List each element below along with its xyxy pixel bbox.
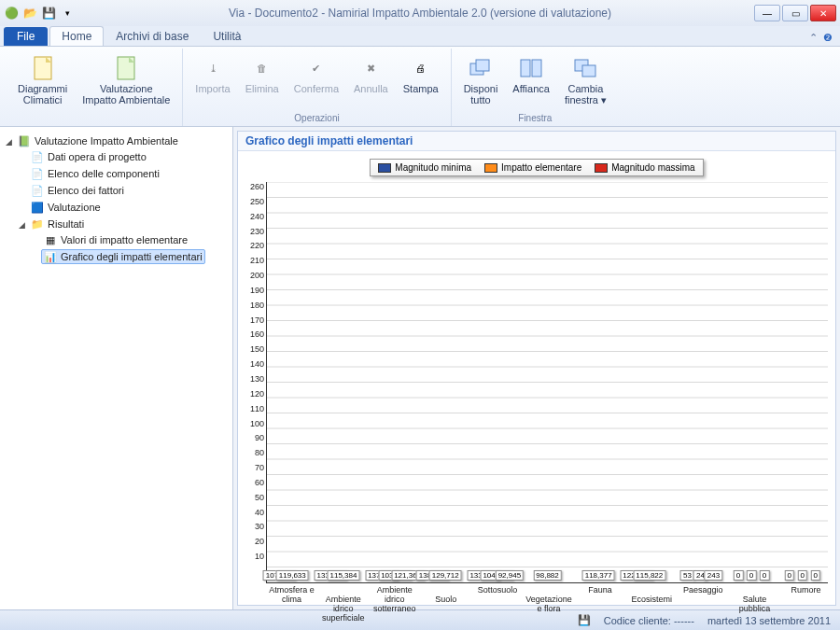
window-title: Via - Documento2 - Namirial Impatto Ambi… xyxy=(229,7,611,20)
check-icon: ✔ xyxy=(303,55,329,81)
plot-area: 107,689119,633133,978115,384137,521103,6… xyxy=(266,182,828,583)
tree-expand-icon[interactable]: ◢ xyxy=(6,137,15,147)
svg-rect-5 xyxy=(532,60,541,77)
document-yellow-icon xyxy=(30,55,56,81)
cambia-button[interactable]: Cambia finestra ▾ xyxy=(558,50,613,108)
group3-label: Finestra xyxy=(457,111,613,126)
y-axis: 2602502402302202102001901801701601501401… xyxy=(242,182,266,583)
ribbon-group-operazioni: ⤓Importa 🗑Elimina ✔Conferma ✖Annulla 🖨St… xyxy=(183,49,451,126)
maximize-button[interactable]: ▭ xyxy=(782,5,808,21)
tree-expand-icon[interactable]: ◢ xyxy=(19,220,28,230)
importa-button: ⤓Importa xyxy=(189,50,236,97)
tab-home[interactable]: Home xyxy=(49,26,104,46)
window-buttons: — ▭ ✕ xyxy=(752,5,836,21)
tree-n5a[interactable]: ▦Valori di impatto elementare xyxy=(41,232,190,247)
minimize-button[interactable]: — xyxy=(754,5,780,21)
trash-icon: 🗑 xyxy=(249,55,275,81)
legend-imp: Impatto elementare xyxy=(501,162,581,173)
close-button[interactable]: ✕ xyxy=(810,5,836,21)
ribbon-group-diag: Diagrammi Climatici Valutazione Impatto … xyxy=(6,49,183,126)
printer-icon: 🖨 xyxy=(408,55,434,81)
app-icon: 🟢 xyxy=(4,6,19,21)
page-icon: 📄 xyxy=(31,167,44,180)
stampa-button[interactable]: 🖨Stampa xyxy=(397,50,445,97)
tree-view[interactable]: ◢📗Valutazione Impatto Ambientale 📄Dati o… xyxy=(0,127,233,609)
bars: 107,689119,633133,978115,384137,521103,6… xyxy=(267,182,828,582)
document-green-icon xyxy=(113,55,139,81)
tree-root[interactable]: 📗Valutazione Impatto Ambientale xyxy=(15,133,181,148)
svg-rect-4 xyxy=(521,60,530,77)
valutazione-button[interactable]: Valutazione Impatto Ambientale xyxy=(76,50,176,108)
tab-archivi[interactable]: Archivi di base xyxy=(104,26,201,46)
svg-rect-7 xyxy=(582,65,595,77)
tree-n3[interactable]: 📄Elenco dei fattori xyxy=(28,183,127,198)
legend-min: Magnitudo minima xyxy=(395,162,471,173)
help-icon[interactable]: ❷ xyxy=(823,32,833,44)
windows-switch-icon xyxy=(572,55,598,81)
tree-n1[interactable]: 📄Dati opera di progetto xyxy=(28,149,149,164)
tree-n5[interactable]: 📁Risultati xyxy=(28,217,87,231)
conferma-button: ✔Conferma xyxy=(287,50,345,97)
windows-tile-icon xyxy=(518,55,544,81)
folder-icon: 📁 xyxy=(31,217,44,231)
import-icon: ⤓ xyxy=(200,55,226,81)
panel-title: Grafico degli impatti elementari xyxy=(238,132,835,151)
group1-label xyxy=(11,121,176,126)
open-icon[interactable]: 📂 xyxy=(22,6,37,21)
legend-max: Magnitudo massima xyxy=(611,162,694,173)
page-icon: 📄 xyxy=(31,184,44,197)
table-icon: ▦ xyxy=(44,233,57,246)
ribbon-group-finestra: Disponi tutto Affianca Cambia finestra ▾… xyxy=(452,49,619,126)
save-status-icon[interactable]: 💾 xyxy=(578,614,591,627)
ribbon-tabbar: File Home Archivi di base Utilità ⌃ ❷ xyxy=(0,26,840,47)
valutazione-label: Valutazione Impatto Ambientale xyxy=(82,83,170,105)
body: ◢📗Valutazione Impatto Ambientale 📄Dati o… xyxy=(0,127,840,609)
group2-label: Operazioni xyxy=(189,111,444,126)
disponi-button[interactable]: Disponi tutto xyxy=(457,50,505,108)
content-area: Grafico degli impatti elementari Magnitu… xyxy=(233,127,840,609)
save-icon[interactable]: 💾 xyxy=(41,6,56,21)
page-icon: 📄 xyxy=(31,150,44,163)
tree-n2[interactable]: 📄Elenco delle componenti xyxy=(28,166,162,181)
x-axis-labels: Atmosfera e climaAmbiente idrico superfi… xyxy=(242,585,832,613)
tree-n4[interactable]: 🟦Valutazione xyxy=(28,200,104,215)
annulla-button: ✖Annulla xyxy=(347,50,395,97)
tab-file[interactable]: File xyxy=(4,27,48,46)
svg-rect-3 xyxy=(476,60,489,71)
diagrammi-label: Diagrammi Climatici xyxy=(18,83,67,105)
windows-cascade-icon xyxy=(468,55,494,81)
cancel-icon: ✖ xyxy=(357,55,384,81)
book-icon: 📗 xyxy=(18,134,31,147)
ribbon: Diagrammi Climatici Valutazione Impatto … xyxy=(0,47,840,127)
ribbon-collapse-icon[interactable]: ⌃ xyxy=(809,32,818,44)
tree-n5b[interactable]: 📊Grafico degli impatti elementari xyxy=(41,249,205,264)
chart: Magnitudo minima Impatto elementare Magn… xyxy=(238,151,835,605)
quick-access-toolbar: 🟢 📂 💾 ▾ xyxy=(4,6,75,21)
chart-area: 2602502402302202102001901801701601501401… xyxy=(242,182,832,583)
qat-dropdown-icon[interactable]: ▾ xyxy=(60,6,75,21)
grid-icon: 🟦 xyxy=(31,201,44,214)
tab-utilita[interactable]: Utilità xyxy=(201,26,253,46)
chart-icon: 📊 xyxy=(44,250,57,263)
elimina-button: 🗑Elimina xyxy=(239,50,286,97)
tabbar-right: ⌃ ❷ xyxy=(809,32,840,46)
legend: Magnitudo minima Impatto elementare Magn… xyxy=(370,159,703,176)
diagrammi-button[interactable]: Diagrammi Climatici xyxy=(11,50,74,108)
affianca-button[interactable]: Affianca xyxy=(506,50,556,97)
titlebar: 🟢 📂 💾 ▾ Via - Documento2 - Namirial Impa… xyxy=(0,0,840,26)
panel: Grafico degli impatti elementari Magnitu… xyxy=(237,131,836,606)
